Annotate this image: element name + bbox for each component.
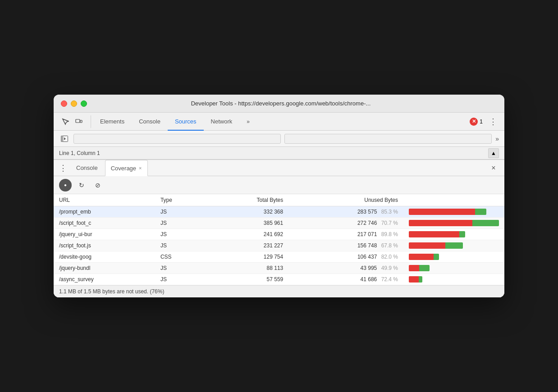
sources-subbar: »: [54, 131, 504, 147]
drawer-more-button[interactable]: ⋮: [59, 163, 67, 173]
window-title: Developer Tools - https://developers.goo…: [64, 100, 497, 107]
table-header-row: URL Type Total Bytes Unused Bytes: [54, 194, 504, 206]
coverage-table: URL Type Total Bytes Unused Bytes /promp…: [54, 194, 504, 285]
chevron-right-icon[interactable]: »: [495, 135, 499, 142]
device-toolbar-icon[interactable]: [73, 115, 85, 128]
tab-elements[interactable]: Elements: [93, 113, 132, 131]
cell-type: JS: [155, 218, 206, 229]
cell-bar: [403, 274, 504, 285]
cell-unused-bytes: 41 686 72.4 %: [288, 274, 403, 285]
cell-total-bytes: 241 692: [206, 229, 289, 240]
status-text: Line 1, Column 1: [59, 150, 100, 156]
col-type[interactable]: Type: [155, 194, 206, 206]
coverage-toolbar: ● ↻ ⊘: [54, 176, 504, 194]
coverage-tab-close[interactable]: ×: [139, 165, 142, 171]
record-coverage-button[interactable]: ●: [59, 179, 72, 191]
drawer-panel: ⋮ Console Coverage × × ● ↻ ⊘: [54, 160, 504, 297]
cell-url: /script_foot_c: [54, 218, 155, 229]
cell-url: /jquery_ui-bur: [54, 229, 155, 240]
cell-url: /prompt_emb: [54, 206, 155, 218]
titlebar: Developer Tools - https://developers.goo…: [54, 95, 504, 113]
col-bar: [403, 194, 504, 206]
svg-marker-4: [64, 137, 66, 140]
cell-type: CSS: [155, 251, 206, 263]
footer-text: 1.1 MB of 1.5 MB bytes are not used. (76…: [59, 288, 164, 295]
reload-coverage-button[interactable]: ↻: [75, 179, 88, 191]
toolbar-icons: [59, 115, 91, 128]
table-row[interactable]: /devsite-goog CSS 129 754 106 437 82.0 %: [54, 251, 504, 263]
cell-total-bytes: 57 559: [206, 274, 289, 285]
error-icon: ✕: [470, 118, 478, 126]
cell-unused-bytes: 217 071 89.8 %: [288, 229, 403, 240]
status-bar: Line 1, Column 1 ▲: [54, 147, 504, 160]
search-input[interactable]: [284, 134, 492, 144]
drawer-close-button[interactable]: ×: [488, 163, 499, 173]
cell-total-bytes: 88 113: [206, 263, 289, 274]
cell-type: JS: [155, 229, 206, 240]
cell-total-bytes: 385 961: [206, 218, 289, 229]
drawer-tab-coverage[interactable]: Coverage ×: [105, 160, 148, 176]
cell-type: JS: [155, 263, 206, 274]
cell-unused-bytes: 283 575 85.3 %: [288, 206, 403, 218]
cell-total-bytes: 231 227: [206, 240, 289, 251]
cell-bar: [403, 263, 504, 274]
cell-type: JS: [155, 274, 206, 285]
table-row[interactable]: /script_foot_c JS 385 961 272 746 70.7 %: [54, 218, 504, 229]
svg-rect-1: [80, 120, 82, 123]
tab-sources[interactable]: Sources: [168, 113, 204, 131]
inspect-icon[interactable]: [59, 115, 72, 128]
drawer-tab-console[interactable]: Console: [71, 160, 103, 176]
table-row[interactable]: /jquery-bundl JS 88 113 43 995 49.9 %: [54, 263, 504, 274]
col-unused-bytes[interactable]: Unused Bytes: [288, 194, 403, 206]
cell-unused-bytes: 43 995 49.9 %: [288, 263, 403, 274]
cell-total-bytes: 129 754: [206, 251, 289, 263]
cell-url: /async_survey: [54, 274, 155, 285]
tab-console[interactable]: Console: [132, 113, 168, 131]
main-tabs: Elements Console Sources Network »: [93, 113, 470, 131]
panel-sidebar-icon[interactable]: [59, 133, 70, 144]
table-row[interactable]: /prompt_emb JS 332 368 283 575 85.3 %: [54, 206, 504, 218]
devtools-window: Developer Tools - https://developers.goo…: [54, 95, 504, 297]
cell-type: JS: [155, 206, 206, 218]
cell-total-bytes: 332 368: [206, 206, 289, 218]
cell-url: /script_foot.js: [54, 240, 155, 251]
more-menu-button[interactable]: ⋮: [486, 115, 499, 128]
tab-network[interactable]: Network: [204, 113, 240, 131]
clear-coverage-button[interactable]: ⊘: [91, 179, 104, 191]
cell-unused-bytes: 106 437 82.0 %: [288, 251, 403, 263]
table-row[interactable]: /async_survey JS 57 559 41 686 72.4 %: [54, 274, 504, 285]
error-badge[interactable]: ✕ 1: [470, 118, 483, 126]
cell-bar: [403, 251, 504, 263]
coverage-footer: 1.1 MB of 1.5 MB bytes are not used. (76…: [54, 285, 504, 297]
table-row[interactable]: /jquery_ui-bur JS 241 692 217 071 89.8 %: [54, 229, 504, 240]
svg-rect-0: [76, 119, 80, 123]
cell-url: /devsite-goog: [54, 251, 155, 263]
tab-more[interactable]: »: [239, 113, 257, 131]
svg-rect-3: [61, 136, 64, 141]
cell-bar: [403, 206, 504, 218]
coverage-table-container: URL Type Total Bytes Unused Bytes /promp…: [54, 194, 504, 285]
drawer-toolbar: ⋮ Console Coverage × ×: [54, 160, 504, 176]
source-path-input[interactable]: [73, 134, 281, 144]
cell-bar: [403, 229, 504, 240]
cell-bar: [403, 218, 504, 229]
col-url[interactable]: URL: [54, 194, 155, 206]
pretty-print-button[interactable]: ▲: [488, 148, 499, 158]
cell-url: /jquery-bundl: [54, 263, 155, 274]
cell-type: JS: [155, 240, 206, 251]
main-toolbar: Elements Console Sources Network » ✕ 1 ⋮: [54, 113, 504, 131]
toolbar-right: ✕ 1 ⋮: [470, 115, 499, 128]
cell-bar: [403, 240, 504, 251]
table-row[interactable]: /script_foot.js JS 231 227 156 748 67.8 …: [54, 240, 504, 251]
cell-unused-bytes: 272 746 70.7 %: [288, 218, 403, 229]
cell-unused-bytes: 156 748 67.8 %: [288, 240, 403, 251]
col-total-bytes[interactable]: Total Bytes: [206, 194, 289, 206]
